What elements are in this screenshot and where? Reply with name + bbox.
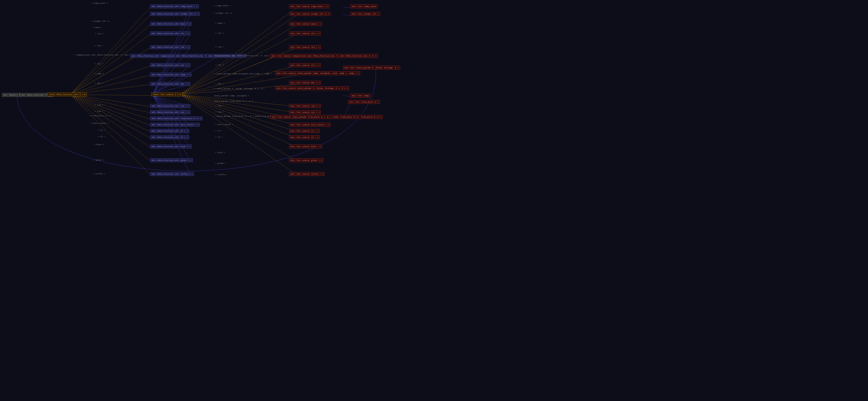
- label-mid-mean: < mean >: [215, 22, 225, 24]
- node-fun-unary-red[interactable]: mln::fun::unary< red > ◀: [289, 45, 321, 49]
- svg-line-41: [180, 25, 297, 95]
- label-l1: < l1 >: [98, 129, 105, 131]
- label-mid-sli: < sli >: [215, 32, 224, 34]
- node-meta-v2v-sli[interactable]: mln::Meta_Function_v2v< sli > ◀: [150, 32, 190, 35]
- node-mln-meta-function-v2v[interactable]: ◀ mln::Meta_Function_v2v< E > ▶: [48, 93, 87, 96]
- node-mln-fun-unary-param[interactable]: mln::fun::unary_param< F, Param, Storage…: [343, 66, 400, 70]
- label-mid-scomp-ith: < scomp< ith >>: [214, 12, 232, 14]
- node-fun-unary-row[interactable]: mln::fun::unary< row > ◀: [289, 104, 321, 108]
- svg-line-8: [70, 66, 150, 95]
- node-mln-fun-scomp-ith[interactable]: mln::fun::scomp< ith >: [350, 12, 380, 16]
- node-label: mln::Meta_Function_v2v< from_accu< A >>: [152, 117, 198, 120]
- label-col: < col >: [95, 63, 103, 65]
- node-fun-unary-unary-param-comp[interactable]: mln::fun::unary< unary_param< comp, unsi…: [275, 71, 360, 75]
- node-mln-fun-from-accu[interactable]: mln::fun::from_accu< A >: [348, 100, 380, 104]
- node-fun-unary-unary-param-f[interactable]: mln::fun::unary< unary_param< F, Param, …: [275, 86, 349, 90]
- node-label: mln::fun::unary< unary_param< comp, unsi…: [277, 72, 356, 74]
- graph-lines: [0, 0, 868, 401]
- node-meta-v2v-linfty[interactable]: mln::Meta_Function_v2v< linfty > ◀: [150, 172, 194, 176]
- node-meta-v2v-col[interactable]: mln::Meta_Function_v2v< col > ◀: [150, 63, 190, 67]
- node-fun-unary-l1[interactable]: mln::fun::unary< l1 > ◀: [289, 129, 320, 133]
- svg-line-39: [180, 7, 297, 95]
- label-accu-result: < accu_result >: [91, 122, 108, 124]
- node-fun-unary-green[interactable]: mln::fun::unary< green > ◀: [289, 158, 323, 162]
- label-blue: < blue >: [94, 143, 104, 145]
- node-fun-unary-scomp-ith[interactable]: mln::fun::unary< scomp< ith >> ◀: [289, 12, 331, 16]
- label-mid-green: < green >: [215, 162, 226, 164]
- node-label: mln::fun::unary< blue >: [291, 145, 318, 147]
- svg-line-45: [180, 66, 297, 95]
- node-label: mln::Meta_Function_v2v< accu_result >: [152, 124, 196, 126]
- node-label: mln::Meta_Function_v2v< green >: [152, 159, 189, 161]
- node-label: mln::fun::unary< l2 >: [291, 136, 316, 138]
- svg-line-9: [70, 75, 150, 95]
- svg-line-60: [343, 96, 350, 97]
- node-meta-v2v-green[interactable]: mln::Meta_Function_v2v< green > ◀: [150, 158, 193, 162]
- node-meta-v2v-from-accu[interactable]: mln::Meta_Function_v2v< from_accu< A >> …: [150, 116, 202, 120]
- node-meta-v2v-row[interactable]: mln::Meta_Function_v2v< row > ◀: [150, 104, 190, 108]
- svg-line-55: [180, 95, 297, 161]
- svg-line-49: [180, 95, 297, 113]
- node-fun-unary-e[interactable]: ◀ mln::fun::unary< E > ▶: [152, 93, 183, 96]
- node-fun-unary-col[interactable]: mln::fun::unary< col > ◀: [289, 63, 321, 67]
- label-row: < row >: [95, 104, 103, 106]
- node-label: mln::Meta_Function_v2v< comp_count >: [152, 5, 195, 7]
- node-fun-unary-comp-count[interactable]: mln::fun::unary< comp_count > ◀: [289, 4, 329, 8]
- node-label: mln::fun::comp: [352, 95, 369, 97]
- svg-line-42: [180, 34, 297, 95]
- node-fun-unary-mean[interactable]: mln::fun::unary< mean > ◀: [289, 22, 322, 26]
- node-meta-v2v-blue[interactable]: mln::Meta_Function_v2v< blue > ◀: [150, 144, 191, 148]
- label-mid-red: < red >: [215, 46, 224, 48]
- svg-line-18: [70, 95, 150, 147]
- svg-line-29: [153, 85, 190, 94]
- node-meta-v2v-l1[interactable]: mln::Meta_Function_v2v< l1 > ◀: [150, 129, 189, 133]
- node-fun-unary-abs[interactable]: mln::fun::unary< abs > ◀: [289, 81, 321, 85]
- node-label: mln::fun::unary< comp_count >: [291, 5, 326, 7]
- label-mid-unary-param-comp: < unary_param< comp,unsigned,void,comp >…: [214, 72, 272, 75]
- node-label: mln::fun::unary< green >: [291, 159, 319, 161]
- svg-line-21: [153, 7, 190, 94]
- node-meta-v2v-comp[interactable]: mln::Meta_Function_v2v< comp > ◀: [150, 73, 191, 76]
- node-meta-v2v-comp-count[interactable]: mln::Meta_Function_v2v< comp_count > ◀: [150, 4, 199, 8]
- node-label: mln::Meta_Function_v2v< col >: [152, 64, 187, 66]
- svg-line-7: [70, 57, 135, 95]
- label-mid-unary-param-f: < unary_param< F, Param, Storage, E >, E…: [214, 88, 265, 90]
- node-label: mln::Meta_Function_v2v< linfty >: [152, 173, 190, 175]
- node-fun-unary-l2[interactable]: mln::fun::unary< l2 > ◀: [289, 135, 320, 139]
- node-fun-unary-blue[interactable]: mln::fun::unary< blue > ◀: [289, 144, 322, 148]
- label-mid-l1: < l1 >: [215, 130, 223, 132]
- node-meta-v2v-scomp-ith[interactable]: mln::Meta_Function_v2v< scomp< ith >> ◀: [150, 12, 200, 16]
- svg-line-4: [70, 25, 150, 95]
- node-label: mln::fun::unary< cos >: [291, 111, 317, 113]
- node-label: mln::Meta_Function_v2v< l1 >: [152, 130, 185, 132]
- label-linfty: < linfty >: [93, 173, 105, 175]
- node-meta-v2v-cos[interactable]: mln::Meta_Function_v2v< cos > ◀: [150, 110, 190, 114]
- svg-line-16: [70, 95, 150, 132]
- node-meta-v2v-red[interactable]: mln::Meta_Function_v2v< red > ◀: [150, 45, 190, 49]
- node-label: mln::Meta_Function_v2v< red >: [152, 46, 187, 48]
- node-meta-v2v-abs[interactable]: mln::Meta_Function_v2v< abs > ◀: [150, 82, 190, 86]
- node-fun-unary-linfty[interactable]: mln::fun::unary< linfty > ◀: [289, 172, 324, 176]
- node-mln-fun-comp-count[interactable]: mln::fun::comp_count: [350, 4, 377, 8]
- node-meta-v2v-accu-result[interactable]: mln::Meta_Function_v2v< accu_result > ◀: [150, 123, 200, 127]
- label-green: < green >: [93, 159, 104, 161]
- node-meta-v2v-mean[interactable]: mln::Meta_Function_v2v< mean > ◀: [150, 22, 191, 26]
- node-fun-unary-accu-result[interactable]: mln::fun::unary< accu_result > ◀: [289, 123, 331, 127]
- node-mln-fun-comp[interactable]: mln::fun::comp: [350, 94, 370, 98]
- label-l2: < l2 >: [98, 135, 105, 138]
- svg-line-36: [153, 96, 190, 147]
- svg-line-46: [180, 75, 297, 95]
- node-fun-unary-from-accu[interactable]: mln::fun::unary< unary_param< from_accu<…: [270, 115, 382, 119]
- node-label: mln::fun::unary< red >: [291, 46, 317, 48]
- node-fun-unary-cos[interactable]: mln::fun::unary< cos > ◀: [289, 110, 321, 114]
- node-fun-unary-composition[interactable]: mln::fun::unary< composition< mln::Meta_…: [270, 54, 378, 58]
- label-sli: < sli >: [95, 33, 104, 35]
- svg-line-2: [70, 7, 150, 95]
- node-fun-unary-sli[interactable]: mln::fun::unary< sli > ◀: [289, 32, 321, 35]
- node-label: mln::Meta_Function_v2v< l2 >: [152, 136, 185, 138]
- svg-line-54: [180, 95, 297, 147]
- label-mid-blue: < blue >: [215, 152, 225, 154]
- svg-line-51: [180, 95, 297, 125]
- node-meta-v2v-l2[interactable]: mln::Meta_Function_v2v< l2 > ◀: [150, 135, 189, 139]
- svg-line-12: [70, 95, 150, 107]
